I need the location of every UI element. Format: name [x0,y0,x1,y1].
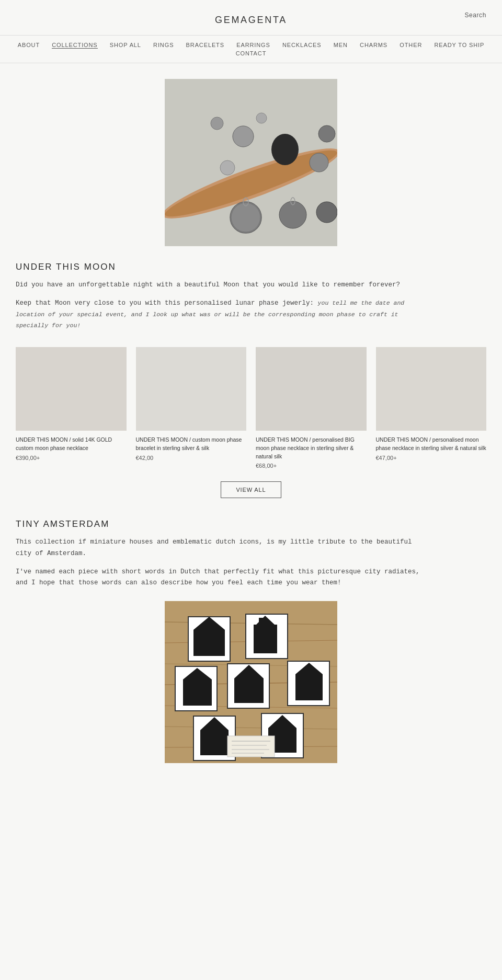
section1-title: UNDER THIS MOON [16,262,486,272]
product-card-2: UNDER THIS MOON / custom moon phase brac… [136,347,256,469]
amsterdam-image-section [16,601,486,763]
product-thumb-3[interactable] [256,347,367,431]
product-card-4: UNDER THIS MOON / personalised moon phas… [376,347,487,469]
product-price-1: €390,00+ [16,455,127,461]
product-price-2: €42,00 [136,455,247,461]
svg-rect-40 [234,678,264,703]
svg-rect-55 [227,736,275,757]
nav-item-necklaces[interactable]: NECKLACES [282,42,322,48]
product-name-4: UNDER THIS MOON / personalised moon phas… [376,436,487,453]
product-name-3: UNDER THIS MOON / personalised BIG moon … [256,436,367,460]
product-thumb-4[interactable] [376,347,487,431]
product-thumb-1[interactable] [16,347,127,431]
page-header: Search GEMAGENTA [0,0,502,35]
view-all-button[interactable]: VIEW ALL [221,481,281,498]
svg-point-3 [271,134,299,165]
product-card-3: UNDER THIS MOON / personalised BIG moon … [256,347,376,469]
svg-rect-31 [254,625,277,653]
product-thumb-2[interactable] [136,347,247,431]
product-name-2: UNDER THIS MOON / custom moon phase brac… [136,436,247,453]
nav-item-ready-to-ship[interactable]: READY TO SHIP [434,42,484,48]
nav-item-charms[interactable]: CHARMS [360,42,387,48]
svg-point-10 [279,201,306,228]
main-content: UNDER THIS MOON Did you have an unforget… [0,79,502,794]
nav-item-shop-all[interactable]: SHOP ALL [110,42,141,48]
hero-image-section [16,79,486,246]
section2-desc2: I've named each piece with short words i… [16,567,424,589]
products-grid: UNDER THIS MOON / solid 14K GOLD custom … [16,347,486,469]
amsterdam-illustration [165,601,337,763]
nav-item-rings[interactable]: RINGS [153,42,174,48]
nav-item-earrings[interactable]: EARRINGS [236,42,270,48]
svg-rect-49 [200,730,229,755]
amsterdam-image [165,601,337,763]
svg-rect-36 [183,679,212,706]
svg-rect-27 [193,630,225,656]
nav-item-bracelets[interactable]: BRACELETS [186,42,224,48]
section2: TINY AMSTERDAM This collection if miniat… [16,519,486,763]
product-card-1: UNDER THIS MOON / solid 14K GOLD custom … [16,347,136,469]
svg-point-12 [256,113,267,123]
view-all-section: VIEW ALL [16,481,486,498]
product-name-1: UNDER THIS MOON / solid 14K GOLD custom … [16,436,127,453]
section1-desc2: Keep that Moon very close to you with th… [16,298,424,331]
svg-rect-44 [295,674,323,700]
site-logo[interactable]: GEMAGENTA [215,9,287,35]
nav-item-collections[interactable]: COLLECTIONS [52,42,97,49]
nav-item-men[interactable]: MEN [334,42,348,48]
nav-item-other[interactable]: OTHER [400,42,422,48]
nav-item-contact[interactable]: CONTACT [236,50,267,56]
svg-point-9 [230,202,261,233]
hero-image [165,79,337,246]
main-nav: ABOUT COLLECTIONS SHOP ALL RINGS BRACELE… [0,35,502,63]
section2-title: TINY AMSTERDAM [16,519,486,529]
moon-charms-illustration [165,79,337,246]
svg-point-5 [310,153,328,172]
nav-item-about[interactable]: ABOUT [18,42,40,48]
product-price-4: €47,00+ [376,455,487,461]
product-price-3: €68,00+ [256,463,367,469]
section2-desc1: This collection if miniature houses and … [16,537,424,559]
section1-desc1: Did you have an unforgettable night with… [16,280,424,291]
svg-point-11 [316,202,337,223]
search-button[interactable]: Search [464,11,486,19]
svg-point-7 [318,125,335,142]
svg-point-8 [211,117,223,130]
svg-point-6 [220,160,235,175]
